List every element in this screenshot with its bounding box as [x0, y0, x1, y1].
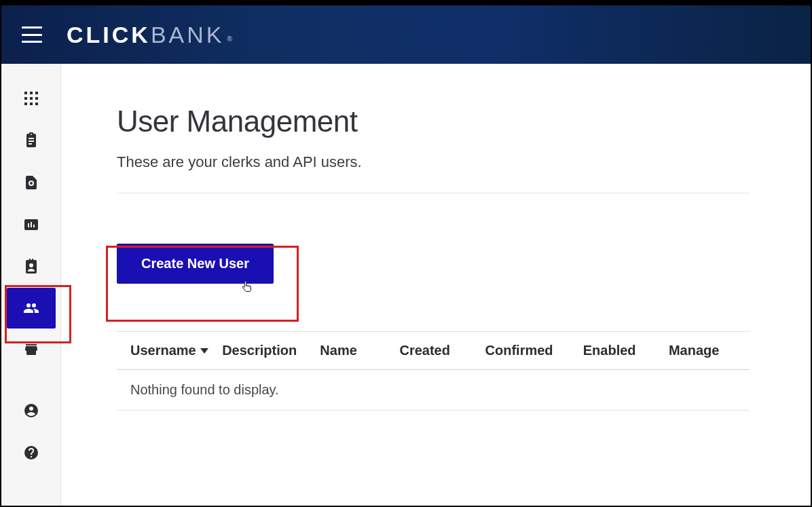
svg-rect-0	[24, 92, 27, 94]
sidebar-item-clipboard[interactable]	[1, 119, 61, 162]
svg-rect-8	[35, 102, 38, 105]
brand-text-part1: CLICK	[67, 22, 151, 48]
sidebar-item-account[interactable]	[1, 390, 61, 432]
column-header-description-label: Description	[222, 343, 297, 358]
svg-rect-5	[35, 97, 38, 100]
sidebar-item-apps[interactable]	[1, 77, 61, 119]
cursor-pointer-icon	[242, 280, 254, 295]
column-header-confirmed-label: Confirmed	[485, 343, 553, 358]
column-header-created[interactable]: Created	[399, 343, 485, 358]
svg-rect-6	[24, 102, 27, 105]
column-header-created-label: Created	[399, 343, 449, 358]
svg-rect-1	[30, 92, 33, 94]
svg-rect-3	[24, 97, 27, 100]
topbar: CLICKBANK®	[1, 1, 811, 64]
column-header-username-label: Username	[130, 343, 196, 358]
sidebar-item-search-doc[interactable]	[1, 162, 61, 204]
column-header-manage-label: Manage	[669, 343, 719, 358]
help-icon	[23, 445, 39, 461]
column-header-username[interactable]: Username	[130, 343, 222, 358]
apps-icon	[23, 90, 39, 107]
menu-toggle-button[interactable]	[22, 26, 42, 43]
sidebar-item-store[interactable]	[1, 328, 61, 371]
column-header-enabled[interactable]: Enabled	[583, 343, 669, 358]
column-header-enabled-label: Enabled	[583, 343, 636, 358]
sidebar-item-users[interactable]	[7, 288, 56, 328]
column-header-confirmed[interactable]: Confirmed	[485, 343, 583, 358]
search-doc-icon	[23, 174, 39, 191]
column-header-name-label: Name	[320, 343, 356, 358]
svg-rect-7	[30, 102, 33, 105]
account-icon	[23, 402, 39, 419]
create-new-user-button[interactable]: Create New User	[117, 244, 274, 284]
clipboard-icon	[23, 132, 39, 149]
sidebar-item-help[interactable]	[1, 432, 61, 474]
sidebar-item-id-badge[interactable]	[1, 246, 61, 288]
users-icon	[23, 300, 39, 316]
page-subtitle: These are your clerks and API users.	[117, 153, 750, 171]
sidebar	[1, 64, 61, 506]
brand-text-part2: BANK	[151, 22, 225, 48]
svg-rect-4	[30, 97, 33, 100]
column-header-name[interactable]: Name	[320, 343, 399, 358]
svg-rect-2	[35, 92, 38, 94]
page-title: User Management	[117, 105, 750, 138]
action-zone: Create New User	[117, 244, 750, 284]
users-table: Username Description Name Created Confir…	[117, 331, 750, 411]
column-header-manage[interactable]: Manage	[669, 343, 736, 358]
store-icon	[23, 341, 39, 358]
sidebar-item-chart[interactable]	[1, 204, 61, 246]
table-header-row: Username Description Name Created Confir…	[117, 332, 750, 370]
table-empty-message: Nothing found to display.	[117, 370, 750, 411]
main-content: User Management These are your clerks an…	[61, 64, 811, 506]
id-badge-icon	[23, 259, 39, 275]
sort-desc-icon	[200, 348, 208, 354]
column-header-description[interactable]: Description	[222, 343, 320, 358]
divider	[117, 193, 750, 193]
chart-icon	[23, 217, 39, 233]
brand-trademark-dot: ®	[227, 35, 234, 43]
brand-logo: CLICKBANK®	[67, 22, 235, 48]
create-new-user-label: Create New User	[141, 256, 249, 271]
